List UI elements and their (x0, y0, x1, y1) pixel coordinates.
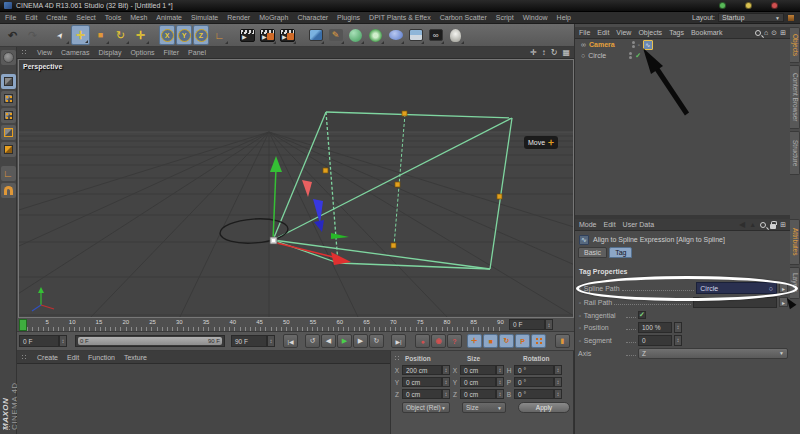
mat-menu-function[interactable]: Function (88, 354, 115, 361)
om-menu-edit[interactable]: Edit (597, 29, 609, 36)
add-nurbs-button[interactable] (346, 25, 365, 45)
menu-script[interactable]: Script (496, 14, 514, 21)
keying-settings-button[interactable]: ▮ (555, 334, 570, 348)
lock-y-button[interactable]: Y (176, 25, 192, 45)
segment-stepper[interactable]: ↕ (674, 335, 682, 346)
menu-mesh[interactable]: Mesh (130, 14, 147, 21)
anim-dot-icon[interactable]: ∘ (578, 324, 582, 331)
coordinate-system-button[interactable]: ∟ (210, 25, 229, 45)
lock-z-button[interactable]: Z (193, 25, 209, 45)
new-panel-icon[interactable]: ⊞ (780, 221, 786, 229)
viewport-scene[interactable] (19, 60, 574, 318)
position-stepper[interactable]: ↕ (674, 322, 682, 333)
goto-end-button[interactable]: ▶| (391, 334, 406, 348)
bottom-left-grip[interactable] (2, 425, 10, 432)
eye-icon[interactable]: ⊙ (771, 29, 777, 37)
am-menu-userdata[interactable]: User Data (623, 221, 655, 228)
timeline-frame-field[interactable]: 0 F (509, 319, 545, 330)
goto-start-button[interactable]: |◀ (283, 334, 298, 348)
perspective-viewport[interactable]: Perspective Move ✛ (18, 59, 574, 318)
render-view-button[interactable]: ▶ (238, 25, 257, 45)
pos-z-field[interactable]: 0 cm (402, 389, 442, 399)
add-cube-button[interactable] (306, 25, 325, 45)
polygons-mode-button[interactable] (1, 142, 16, 157)
vp-menu-options[interactable]: Options (130, 49, 154, 56)
menu-plugins[interactable]: Plugins (337, 14, 360, 21)
points-mode-button[interactable] (1, 108, 16, 123)
coords-grip[interactable] (394, 355, 401, 362)
viewport-toggle-icon[interactable]: ▦ (562, 48, 570, 57)
history-up-icon[interactable]: ▲ (749, 221, 756, 228)
scale-tool-button[interactable]: ■ (91, 25, 110, 45)
render-picture-viewer-button[interactable]: ▶ (258, 25, 277, 45)
range-start-stepper[interactable]: ↕ (59, 335, 67, 347)
axis-dropdown[interactable]: Z▼ (638, 348, 788, 359)
key-scale-toggle[interactable]: ■ (483, 334, 498, 348)
menu-tools[interactable]: Tools (105, 14, 121, 21)
rail-path-field[interactable] (693, 297, 777, 308)
preview-range-slider[interactable]: 0 F 90 F (75, 335, 225, 347)
menu-edit[interactable]: Edit (25, 14, 37, 21)
last-tool-button[interactable]: ✛ (131, 25, 150, 45)
align-to-spline-tag[interactable]: ∿ (643, 40, 653, 50)
tab-objects[interactable]: Objects (790, 27, 800, 63)
add-spline-button[interactable]: ✎ (326, 25, 345, 45)
pos-y-stepper[interactable]: ↕ (442, 377, 450, 387)
size-y-stepper[interactable]: ↕ (496, 377, 504, 387)
material-menu-grip[interactable] (21, 354, 28, 361)
previous-frame-button[interactable]: ◀ (321, 334, 336, 348)
tab-attributes[interactable]: Attributes (790, 219, 800, 265)
play-backwards-button[interactable]: ↺ (305, 334, 320, 348)
menu-render[interactable]: Render (227, 14, 250, 21)
lock-x-button[interactable]: X (159, 25, 175, 45)
mat-menu-create[interactable]: Create (37, 354, 58, 361)
range-end-stepper[interactable]: ↕ (267, 335, 275, 347)
tangential-checkbox[interactable]: ✓ (638, 311, 646, 319)
record-keyframe-button[interactable]: ● (415, 334, 430, 348)
visibility-dots[interactable] (629, 52, 632, 59)
menu-mograph[interactable]: MoGraph (259, 14, 288, 21)
tab-tag[interactable]: Tag (609, 247, 632, 258)
viewport-pan-icon[interactable]: ✛ (530, 48, 537, 57)
viewport-zoom-icon[interactable]: ↕ (542, 48, 546, 57)
window-close-dot[interactable] (771, 2, 778, 9)
layout-dropdown[interactable]: Startup ▼ (718, 13, 784, 22)
clear-link-icon[interactable]: ○ (769, 285, 773, 292)
anim-dot-icon[interactable]: ∘ (578, 337, 582, 344)
menu-help[interactable]: Help (557, 14, 571, 21)
tab-structure[interactable]: Structure (790, 131, 800, 175)
mat-menu-edit[interactable]: Edit (67, 354, 79, 361)
enabled-check-icon[interactable]: ✓ (635, 52, 641, 60)
menu-window[interactable]: Window (523, 14, 548, 21)
am-menu-mode[interactable]: Mode (579, 221, 597, 228)
rot-b-stepper[interactable]: ↕ (554, 389, 562, 399)
make-editable-button[interactable] (1, 50, 16, 65)
vp-menu-panel[interactable]: Panel (188, 49, 206, 56)
anim-dot-icon[interactable]: ∘ (578, 285, 582, 292)
add-light-button[interactable] (446, 25, 465, 45)
rot-b-field[interactable]: 0 ° (514, 389, 554, 399)
am-menu-edit[interactable]: Edit (604, 221, 616, 228)
om-menu-tags[interactable]: Tags (669, 29, 684, 36)
menu-dpit[interactable]: DPIT Plants & Effex (369, 14, 431, 21)
tab-content-browser[interactable]: Content Browser (790, 65, 800, 129)
timeline-ruler[interactable]: 051015202530354045505560657075808590 0 F… (17, 318, 574, 332)
vp-menu-filter[interactable]: Filter (164, 49, 180, 56)
menu-character[interactable]: Character (297, 14, 328, 21)
layout-icon[interactable] (787, 14, 795, 22)
om-menu-objects[interactable]: Objects (638, 29, 662, 36)
search-icon[interactable] (760, 222, 766, 228)
coord-mode-dropdown[interactable]: Object (Rel)▼ (402, 402, 450, 413)
menu-select[interactable]: Select (76, 14, 95, 21)
size-y-field[interactable]: 0 cm (460, 377, 496, 387)
rot-h-stepper[interactable]: ↕ (554, 365, 562, 375)
spline-path-field[interactable]: Circle ○ (696, 282, 777, 294)
rot-p-field[interactable]: 0 ° (514, 377, 554, 387)
size-x-stepper[interactable]: ↕ (496, 365, 504, 375)
autokey-button[interactable]: ◉ (431, 334, 446, 348)
object-row-circle[interactable]: ○ Circle ✓ (575, 50, 790, 61)
pos-x-stepper[interactable]: ↕ (442, 365, 450, 375)
anim-dot-icon[interactable]: ∘ (578, 312, 582, 319)
position-field[interactable]: 100 % (638, 322, 672, 333)
size-x-field[interactable]: 0 cm (460, 365, 496, 375)
